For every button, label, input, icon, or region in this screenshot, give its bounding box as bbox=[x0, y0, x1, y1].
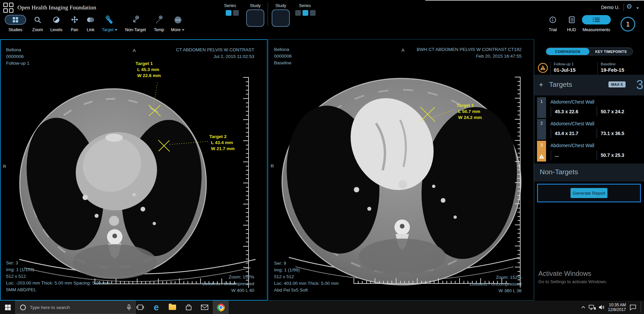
series-indicator-left[interactable] bbox=[226, 10, 239, 16]
series-indicator-right[interactable] bbox=[295, 10, 316, 16]
study-thumbnail-followup[interactable] bbox=[246, 9, 264, 27]
tool-non-target[interactable]: Non-Target bbox=[121, 14, 150, 32]
study-info-overlay: CT ABDOMEN PELVIS W CONTRAST Jul 2, 2015… bbox=[176, 47, 254, 60]
linked-circles-icon bbox=[86, 14, 95, 25]
tool-zoom[interactable]: Zoom bbox=[28, 14, 47, 32]
target-row-warning[interactable]: 3 Abdomen/Chest Wall ... 50.7 x 25.3 bbox=[534, 141, 644, 162]
zoom-level: Zoom: 152% bbox=[202, 274, 254, 280]
measurement-baseline[interactable]: 50.7 x 25.3 bbox=[597, 150, 640, 160]
move-arrows-icon bbox=[71, 14, 78, 25]
non-targets-section-header: Non-Targets bbox=[534, 164, 644, 182]
target-number-badge: 1 bbox=[537, 97, 546, 118]
target-location-label: Abdomen/Chest Wall bbox=[550, 99, 594, 105]
tool-label: Non-Target bbox=[125, 27, 146, 32]
series-box[interactable] bbox=[295, 10, 301, 16]
tool-target[interactable]: Target bbox=[98, 14, 121, 32]
activate-windows-watermark: Activate Windows bbox=[538, 270, 591, 277]
studies-active-pill bbox=[5, 15, 26, 25]
chevron-down-icon[interactable] bbox=[636, 7, 639, 9]
edge-icon: e bbox=[154, 303, 159, 312]
display-info-overlay: Zoom: 152% Lossless / Uncompressed W 400… bbox=[202, 274, 254, 294]
compression-info: Lossless / Uncompressed bbox=[470, 281, 522, 288]
viewport-followup[interactable]: Bellona 0000006 Follow-up 1 A R CT ABDOM… bbox=[0, 39, 268, 301]
study-thumbnail-baseline[interactable] bbox=[272, 9, 290, 27]
document-icon bbox=[568, 14, 575, 25]
tray-expand-chevron[interactable] bbox=[579, 301, 587, 314]
progress-ring-badge[interactable]: 1 bbox=[621, 17, 635, 32]
tab-key-timepoints[interactable]: KEY TIMEPOINTS bbox=[589, 48, 633, 55]
series-number: Ser: 9 bbox=[274, 260, 339, 267]
show-desktop-button[interactable] bbox=[641, 301, 644, 314]
cortana-circle-icon bbox=[20, 305, 26, 310]
store-button[interactable] bbox=[180, 301, 197, 314]
file-explorer-button[interactable] bbox=[164, 301, 180, 314]
timepoint-label: Follow-up 1 bbox=[6, 60, 30, 67]
target-location-label: Abdomen/Chest Wall bbox=[550, 143, 594, 148]
taskbar-search bbox=[15, 301, 136, 314]
measurement-baseline[interactable]: 73.1 x 36.5 bbox=[597, 129, 640, 138]
volume-tray-button[interactable] bbox=[597, 301, 606, 314]
add-target-button[interactable]: + bbox=[539, 81, 543, 89]
user-name[interactable]: Demo U. bbox=[601, 5, 620, 10]
microphone-icon[interactable] bbox=[127, 304, 131, 311]
tool-levels[interactable]: Levels bbox=[47, 14, 66, 32]
series-box[interactable] bbox=[310, 10, 316, 16]
tool-temp[interactable]: Temp bbox=[150, 14, 168, 32]
list-icon bbox=[592, 17, 600, 22]
contrast-circle-icon bbox=[53, 14, 60, 25]
generate-report-button[interactable]: Generate Report bbox=[571, 188, 607, 198]
target-row[interactable]: 2 Abdomen/Chest Wall 43.4 x 21.7 73.1 x … bbox=[534, 119, 644, 140]
tool-measurements[interactable]: Measurements bbox=[580, 14, 613, 32]
tool-link[interactable]: Link bbox=[83, 14, 98, 32]
timepoint-date: 19-Feb-15 bbox=[601, 67, 624, 73]
measurement-current[interactable]: 43.4 x 21.7 bbox=[551, 129, 594, 138]
edge-browser-button[interactable]: e bbox=[148, 301, 164, 314]
timepoint-label: Follow-up 1 bbox=[554, 62, 576, 66]
brand[interactable]: Open Health Imaging Foundation bbox=[3, 3, 96, 13]
warning-circle-icon bbox=[538, 63, 548, 73]
temp-dotted-icon bbox=[155, 14, 163, 25]
study-label: Study bbox=[246, 3, 264, 8]
target-annotation[interactable]: Target 1 L 50.7 mm W 24.2 mm bbox=[457, 103, 482, 121]
action-center-button[interactable] bbox=[628, 301, 638, 314]
network-tray-button[interactable] bbox=[587, 301, 597, 314]
tool-pan[interactable]: Pan bbox=[66, 14, 83, 32]
speaker-icon bbox=[598, 305, 605, 310]
timepoint-column-followup[interactable]: Follow-up 1 01-Jul-15 bbox=[554, 62, 576, 73]
orientation-marker-right: R bbox=[271, 164, 274, 169]
start-button[interactable] bbox=[0, 301, 15, 314]
app-header: Open Health Imaging Foundation Studies Z… bbox=[0, 0, 644, 39]
series-box[interactable] bbox=[233, 10, 239, 16]
chevron-down-icon bbox=[182, 29, 184, 31]
gear-icon[interactable]: ⚙ bbox=[626, 3, 632, 10]
taskbar-clock[interactable]: 10:35 AM 12/8/2017 bbox=[606, 301, 626, 314]
target-annotation[interactable]: Target 2 L 43.4 mm W 21.7 mm bbox=[209, 134, 235, 152]
search-input[interactable] bbox=[29, 305, 127, 310]
measurement-current[interactable]: 45.3 x 22.6 bbox=[551, 107, 594, 116]
tool-label: Levels bbox=[50, 27, 62, 32]
window-level: W 360 L 36 bbox=[470, 288, 522, 294]
target-width: W 21.7 mm bbox=[209, 146, 235, 152]
target-width: W 22.6 mm bbox=[136, 73, 161, 79]
viewport-baseline[interactable]: Bellona 0000006 Baseline A R BWH CT ABDO… bbox=[268, 39, 534, 301]
target-annotation[interactable]: Target 1 L 45.3 mm W 22.6 mm bbox=[136, 61, 161, 79]
measurement-baseline[interactable]: 50.7 x 24.2 bbox=[597, 107, 640, 116]
patient-info-overlay: Bellona 0000006 Baseline bbox=[274, 46, 292, 66]
slice-location: Loc: 403.00 mm Thick: 5.00 mm bbox=[274, 280, 339, 287]
series-box-active[interactable] bbox=[303, 10, 308, 16]
chrome-button-active[interactable] bbox=[213, 301, 229, 314]
tool-hud[interactable]: HUD bbox=[564, 14, 580, 32]
tool-trial[interactable]: Trial bbox=[544, 14, 561, 32]
series-box-active[interactable] bbox=[226, 10, 231, 16]
timepoint-column-baseline[interactable]: Baseline 19-Feb-15 bbox=[601, 62, 624, 73]
tool-more[interactable]: More bbox=[168, 14, 187, 32]
task-view-button[interactable] bbox=[132, 301, 148, 314]
target-row[interactable]: 1 Abdomen/Chest Wall 45.3 x 22.6 50.7 x … bbox=[534, 97, 644, 118]
measurements-active-pill bbox=[582, 15, 611, 24]
tab-comparison[interactable]: COMPARISON bbox=[546, 48, 589, 55]
image-number: Img: 1 (1/103) bbox=[6, 266, 110, 273]
study-datetime: Feb 20, 2015 16:47:55 bbox=[417, 53, 522, 60]
mail-button[interactable] bbox=[197, 301, 213, 314]
measurement-current[interactable]: ... bbox=[551, 150, 594, 160]
tool-studies[interactable]: Studies bbox=[3, 14, 28, 32]
